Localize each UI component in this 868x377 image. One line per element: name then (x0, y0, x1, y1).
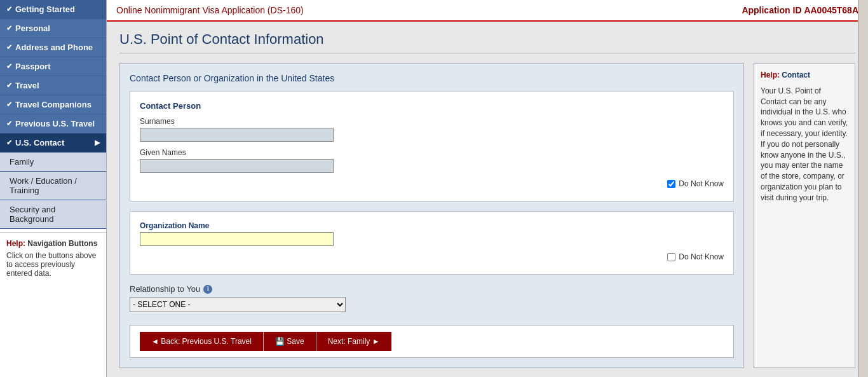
sidebar: ✔ Getting Started ✔ Personal ✔ Address a… (0, 0, 107, 377)
nav-buttons: ◄ Back: Previous U.S. Travel 💾 Save Next… (130, 325, 734, 358)
form-section-title: Contact Person or Organization in the Un… (130, 73, 734, 83)
scrollbar[interactable] (858, 0, 868, 377)
next-button[interactable]: Next: Family ► (316, 332, 391, 351)
surnames-label: Surnames (140, 117, 724, 126)
main-content: Online Nonimmigrant Visa Application (DS… (107, 0, 868, 377)
checkmark-icon: ✔ (6, 81, 12, 90)
app-title: Online Nonimmigrant Visa Application (DS… (116, 5, 304, 15)
given-names-group: Given Names (140, 148, 724, 173)
checkmark-icon: ✔ (6, 120, 12, 128)
sidebar-item-us-contact[interactable]: ✔ U.S. Contact ▶ (0, 134, 106, 153)
org-do-not-know-label: Do Not Know (679, 252, 724, 261)
checkmark-icon: ✔ (6, 62, 12, 71)
sidebar-help-title: Help: (6, 239, 25, 248)
sidebar-item-security-background[interactable]: Security and Background (0, 200, 106, 229)
top-bar: Online Nonimmigrant Visa Application (DS… (107, 0, 868, 22)
sidebar-help-body: Click on the buttons above to access pre… (6, 251, 100, 278)
relationship-label: Relationship to You i (130, 284, 734, 294)
sidebar-item-getting-started[interactable]: ✔ Getting Started (0, 0, 106, 19)
surnames-input[interactable] (140, 128, 334, 142)
checkmark-icon: ✔ (6, 100, 12, 109)
sidebar-item-address-phone[interactable]: ✔ Address and Phone (0, 38, 106, 57)
do-not-know-row: Do Not Know (140, 179, 724, 188)
sidebar-item-family[interactable]: Family (0, 153, 106, 172)
back-button[interactable]: ◄ Back: Previous U.S. Travel (140, 332, 263, 351)
help-label: Help: (761, 71, 780, 79)
sidebar-item-travel[interactable]: ✔ Travel (0, 76, 106, 95)
form-panel: Contact Person or Organization in the Un… (119, 63, 744, 368)
sidebar-item-personal[interactable]: ✔ Personal (0, 19, 106, 38)
org-label: Organization Name (140, 221, 724, 230)
relationship-select[interactable]: - SELECT ONE - Friend Business Associate… (130, 297, 346, 312)
page-content: U.S. Point of Contact Information Contac… (107, 22, 868, 377)
sidebar-item-previous-us-travel[interactable]: ✔ Previous U.S. Travel (0, 114, 106, 134)
sidebar-item-passport[interactable]: ✔ Passport (0, 57, 106, 76)
save-button[interactable]: 💾 Save (263, 332, 316, 351)
info-icon[interactable]: i (203, 285, 212, 294)
checkmark-icon: ✔ (6, 24, 12, 32)
help-panel: Help: Contact Your U.S. Point of Contact… (754, 63, 855, 368)
contact-person-title: Contact Person (140, 101, 724, 111)
do-not-know-label: Do Not Know (679, 179, 724, 188)
sidebar-item-work-education[interactable]: Work / Education / Training (0, 172, 106, 200)
surnames-group: Surnames (140, 117, 724, 142)
checkmark-icon: ✔ (6, 139, 12, 147)
org-do-not-know-checkbox[interactable] (667, 253, 675, 261)
org-do-not-know-row: Do Not Know (140, 252, 724, 261)
sidebar-help: Help: Navigation Buttons Click on the bu… (0, 232, 106, 284)
org-input[interactable] (140, 232, 334, 246)
help-topic: Contact (782, 71, 810, 79)
app-id: Application ID AA0045T68A (742, 5, 858, 15)
help-header: Help: Contact (761, 70, 848, 81)
checkmark-icon: ✔ (6, 5, 12, 13)
page-title: U.S. Point of Contact Information (119, 31, 855, 53)
given-names-label: Given Names (140, 148, 724, 157)
sidebar-help-subtitle: Navigation Buttons (27, 239, 97, 248)
contact-person-box: Contact Person Surnames Given Names Do N… (130, 91, 734, 202)
given-names-input[interactable] (140, 159, 334, 173)
organization-box: Organization Name Do Not Know (130, 211, 734, 275)
help-body: Your U.S. Point of Contact can be any in… (761, 86, 848, 203)
relationship-section: Relationship to You i - SELECT ONE - Fri… (130, 284, 734, 312)
org-group: Organization Name (140, 221, 724, 246)
content-area: Contact Person or Organization in the Un… (119, 63, 855, 368)
checkmark-icon: ✔ (6, 43, 12, 51)
sidebar-item-travel-companions[interactable]: ✔ Travel Companions (0, 95, 106, 114)
arrow-right-icon: ▶ (95, 139, 100, 147)
nav-buttons-inner: ◄ Back: Previous U.S. Travel 💾 Save Next… (140, 332, 724, 351)
do-not-know-checkbox[interactable] (667, 180, 675, 188)
